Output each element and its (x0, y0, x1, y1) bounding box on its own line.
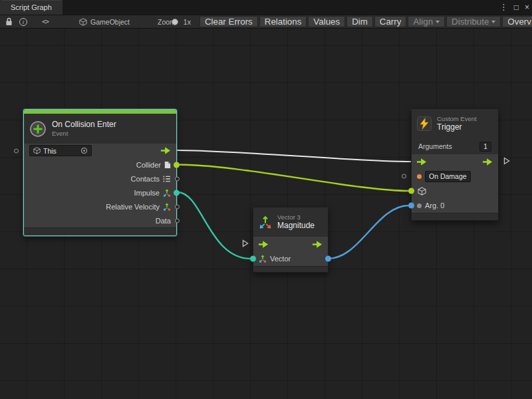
vector3-icon (259, 215, 272, 229)
flow-row (253, 237, 328, 251)
tab-script-graph[interactable]: Script Graph (0, 0, 63, 15)
relative-velocity-row: Relative Velocity (24, 200, 176, 213)
zoom-value: 1x (184, 18, 191, 26)
chevron-down-icon (491, 21, 495, 23)
relative-velocity-output-port[interactable] (175, 204, 180, 209)
flow-out-port[interactable] (161, 147, 171, 154)
event-name-field[interactable]: On Damage (425, 171, 471, 182)
object-type-icon (417, 203, 422, 208)
data-output-port[interactable] (175, 218, 180, 223)
node-title: Magnitude (277, 221, 315, 231)
event-name-value: On Damage (429, 172, 467, 180)
port-label: Contacts (131, 175, 160, 183)
node-footer (412, 213, 498, 220)
values-button[interactable]: Values (308, 16, 345, 27)
node-title: On Collision Enter (52, 120, 116, 130)
tab-bar: Script Graph (0, 0, 532, 15)
arg0-input-port[interactable] (408, 203, 414, 209)
vector-input-port[interactable] (250, 256, 256, 262)
data-row: Data (24, 213, 176, 227)
this-field-value: This (43, 147, 57, 155)
clear-errors-button[interactable]: Clear Errors (200, 16, 258, 27)
node-header-text: Custom Event Trigger (437, 115, 477, 133)
relations-button[interactable]: Relations (259, 16, 307, 27)
flow-in-port[interactable] (417, 158, 427, 166)
arg0-row: Arg. 0 (412, 198, 498, 213)
node-header: Custom Event Trigger (412, 109, 498, 138)
graph-toolbar: i <> GameObject Zoom 1x Clear Errors Rel… (0, 15, 532, 29)
node-title: Trigger (437, 122, 477, 132)
node-subtitle: Event (52, 130, 116, 138)
node-footer (24, 227, 176, 235)
info-icon[interactable]: i (19, 17, 27, 27)
target-input-port[interactable] (408, 188, 414, 194)
collider-icon (164, 161, 171, 169)
overview-button[interactable]: Overv (502, 16, 532, 27)
this-field[interactable]: This (29, 145, 92, 156)
contacts-row: Contacts (24, 172, 176, 186)
target-input-port[interactable] (14, 148, 19, 153)
cube-icon (418, 187, 426, 196)
window-controls: ⋮ □ × (499, 0, 529, 15)
close-icon[interactable]: × (525, 0, 529, 15)
collider-output-port[interactable] (174, 162, 180, 168)
impulse-row: Impulse (24, 186, 176, 200)
chevron-down-icon (436, 21, 440, 23)
contacts-list-icon (163, 176, 171, 182)
node-type: Vector 3 (277, 213, 315, 221)
magnitude-output-port[interactable] (325, 256, 331, 262)
distribute-dropdown[interactable]: Distribute (446, 16, 501, 27)
gameobject-icon (79, 17, 87, 27)
arguments-input[interactable]: 1 (479, 142, 491, 152)
event-name-row: On Damage (412, 169, 498, 184)
target-row: This (24, 144, 176, 158)
vector3-icon (259, 255, 267, 263)
flow-row (412, 154, 498, 169)
port-label: Impulse (134, 189, 160, 197)
maximize-icon[interactable]: □ (514, 0, 519, 15)
collider-row: Collider (24, 158, 176, 172)
arguments-row: Arguments 1 (412, 138, 498, 154)
cube-icon (33, 147, 41, 154)
tab-title: Script Graph (11, 3, 52, 11)
port-label: Collider (136, 161, 161, 169)
node-body: On Damage Arg. 0 (412, 154, 498, 213)
menu-icon[interactable]: ⋮ (499, 0, 508, 15)
carry-button[interactable]: Carry (374, 16, 407, 27)
node-footer (253, 266, 328, 272)
dim-button[interactable]: Dim (346, 16, 373, 27)
object-picker-icon[interactable] (80, 147, 88, 154)
contacts-output-port[interactable] (175, 176, 180, 181)
event-name-input-port[interactable] (402, 174, 406, 179)
node-body: This Collider Contacts (24, 144, 176, 227)
node-trigger-custom-event[interactable]: Custom Event Trigger Arguments 1 (411, 108, 499, 221)
align-dropdown[interactable]: Align (408, 16, 445, 27)
gameobject-label: GameObject (90, 18, 130, 26)
node-on-collision-enter[interactable]: On Collision Enter Event This (23, 109, 177, 236)
port-label: Vector (270, 255, 291, 263)
lock-icon[interactable] (5, 17, 13, 27)
flow-out-port[interactable] (313, 241, 323, 248)
port-label: Relative Velocity (106, 203, 160, 211)
arguments-label: Arguments (418, 142, 452, 150)
unity-script-graph-window: Script Graph ⋮ □ × i <> GameObject Zoom … (0, 0, 532, 399)
flow-out-port[interactable] (483, 158, 493, 166)
port-label: Arg. 0 (425, 201, 444, 209)
insert-node-caret-icon[interactable] (242, 239, 249, 249)
vector3-icon (163, 203, 171, 211)
target-row (412, 184, 498, 198)
impulse-output-port[interactable] (174, 190, 180, 196)
vector-row: Vector (253, 251, 328, 266)
node-type: Custom Event (437, 115, 477, 123)
zoom-slider-knob[interactable] (172, 19, 178, 25)
node-body: Vector (253, 237, 328, 266)
node-vector3-magnitude[interactable]: Vector 3 Magnitude Ve (253, 207, 329, 273)
custom-event-icon (417, 116, 432, 131)
code-icon[interactable]: <> (42, 17, 49, 27)
vector3-icon (163, 189, 171, 197)
on-collision-enter-icon (29, 120, 47, 138)
insert-node-caret-icon[interactable] (503, 157, 510, 166)
node-header-text: On Collision Enter Event (52, 120, 116, 138)
flow-in-port[interactable] (259, 241, 269, 248)
node-header: On Collision Enter Event (24, 114, 176, 144)
